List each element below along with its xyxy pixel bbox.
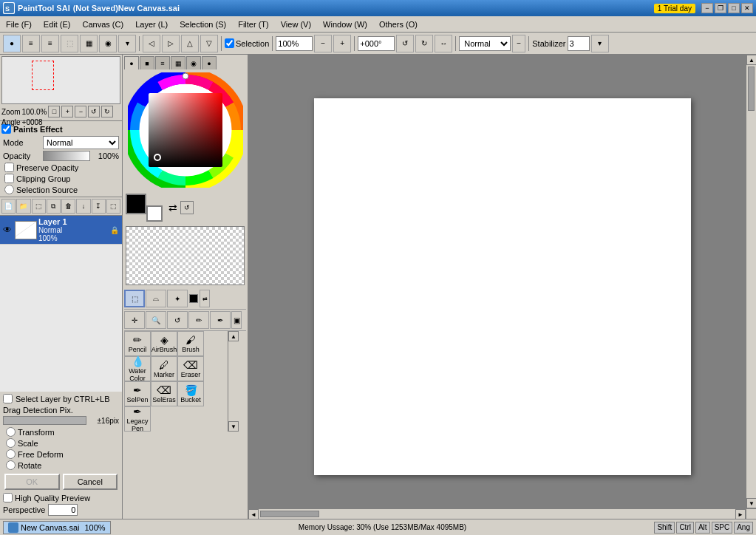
stabilizer-input[interactable]	[568, 36, 590, 51]
rot-ccw[interactable]: ↺	[396, 35, 414, 52]
menu-canvas[interactable]: Canvas (C)	[77, 16, 130, 33]
transform-option[interactable]	[6, 427, 16, 437]
selpen-tool[interactable]: ✒ SelPen	[124, 381, 151, 406]
rotate-option[interactable]	[6, 460, 16, 470]
drag-detection-bar[interactable]	[3, 416, 86, 425]
selection-checkbox[interactable]	[225, 38, 234, 48]
tools-scroll-up[interactable]: ▲	[228, 331, 239, 341]
mode-btn[interactable]: −	[512, 35, 525, 52]
color-tab-history[interactable]: ◉	[186, 56, 201, 69]
opacity-bar[interactable]	[43, 151, 90, 161]
pencil-tool[interactable]: ✏ Pencil	[124, 331, 151, 356]
toolbar-expand[interactable]: ▾	[118, 35, 136, 52]
rot-cw[interactable]: ↻	[415, 35, 433, 52]
scroll-right-btn[interactable]: ►	[735, 509, 746, 519]
zoom-plus[interactable]: +	[333, 35, 351, 52]
pen-tool[interactable]: ✒	[210, 311, 231, 329]
color-tab-rgb[interactable]: ■	[140, 56, 154, 69]
scroll-up-btn[interactable]: ▲	[746, 55, 756, 65]
color-tab-hsv[interactable]: ≡	[155, 56, 170, 69]
hq-preview-check[interactable]	[3, 493, 13, 502]
new-mask-btn[interactable]: ⬚	[32, 199, 46, 214]
zoom-out-btn[interactable]: −	[75, 106, 86, 117]
lasso-tool[interactable]: ⌓	[146, 290, 166, 307]
brush-tool[interactable]: 🖌 Brush	[177, 331, 204, 356]
layer-item[interactable]: 👁 Layer 1 Normal 100% 🔒	[0, 216, 122, 245]
mode-select[interactable]: Normal	[459, 36, 511, 51]
reset-colors-btn[interactable]: ↺	[180, 201, 194, 214]
new-folder-btn[interactable]: 📁	[16, 199, 30, 214]
paints-mode-select[interactable]: Normal	[43, 136, 119, 149]
clipping-group-check[interactable]	[4, 174, 14, 183]
ok-button[interactable]: OK	[4, 474, 60, 490]
color-tab-palette[interactable]: ▦	[171, 56, 185, 69]
selection-source-radio[interactable]	[4, 185, 14, 194]
menu-layer[interactable]: Layer (L)	[129, 16, 174, 33]
color-tab-mixer[interactable]: ●	[202, 56, 217, 69]
foreground-mini-swatch[interactable]	[189, 294, 198, 303]
rotation-input[interactable]	[358, 36, 395, 51]
menu-edit[interactable]: Edit (E)	[38, 16, 77, 33]
scroll-thumb-h[interactable]	[260, 511, 319, 517]
cancel-button[interactable]: Cancel	[63, 474, 118, 490]
canvas-tab[interactable]: New Canvas.sai 100%	[3, 521, 111, 534]
toolbar-nav-up[interactable]: △	[181, 35, 199, 52]
zoom-input[interactable]	[276, 36, 313, 51]
toolbar-view-btn4[interactable]: ⬚	[61, 35, 78, 52]
new-layer-btn[interactable]: 📄	[1, 199, 16, 214]
layer-visibility-btn[interactable]: 👁	[1, 224, 13, 236]
free-deform-option[interactable]	[6, 449, 16, 459]
eyedropper-tool[interactable]: ✏	[188, 311, 209, 329]
legacy-pen-tool[interactable]: ✒ Legacy Pen	[124, 406, 151, 432]
zoom-in-btn[interactable]: +	[61, 106, 73, 117]
scroll-left-btn[interactable]: ◄	[248, 509, 259, 519]
zoom-rotate-left[interactable]: ↺	[88, 106, 100, 117]
marker-tool[interactable]: 🖊 Marker	[151, 356, 177, 381]
zoom-fit-btn[interactable]: □	[48, 106, 60, 117]
magic-wand-tool[interactable]: ✦	[167, 290, 188, 307]
toolbar-view-btn5[interactable]: ▦	[80, 35, 98, 52]
airbrush-tool[interactable]: ◈ AirBrush	[151, 331, 177, 356]
toolbar-nav-down[interactable]: ▽	[200, 35, 218, 52]
toolbar-view-btn2[interactable]: ≡	[22, 35, 40, 52]
merge-down-btn[interactable]: ↓	[76, 199, 90, 214]
zoom-tool[interactable]: 🔍	[146, 311, 166, 329]
seleras-tool[interactable]: ⌫ SelEras	[151, 381, 177, 406]
zoom-minus[interactable]: −	[314, 35, 332, 52]
select-layer-check[interactable]	[3, 394, 13, 403]
scale-option[interactable]	[6, 438, 16, 448]
toolbar-view-btn6[interactable]: ◉	[99, 35, 117, 52]
foreground-color-swatch[interactable]	[126, 194, 146, 214]
menu-window[interactable]: Window (W)	[317, 16, 373, 33]
layer-lock-btn[interactable]: 🔒	[109, 224, 120, 236]
merge-visible-btn[interactable]: ↧	[92, 199, 106, 214]
toolbar-nav-right[interactable]: ▷	[162, 35, 180, 52]
maximize-button[interactable]: □	[728, 3, 740, 13]
menu-file[interactable]: File (F)	[0, 16, 38, 33]
stabilizer-settings[interactable]: ▾	[591, 35, 609, 52]
layer-settings-btn[interactable]: ⬚	[106, 199, 120, 214]
copy-layer-btn[interactable]: ⧉	[47, 199, 61, 214]
move-tool[interactable]: ✛	[124, 311, 145, 329]
menu-view[interactable]: View (V)	[275, 16, 317, 33]
color-wheel-svg[interactable]	[128, 72, 243, 188]
perspective-input[interactable]	[48, 504, 78, 516]
close-button[interactable]: ✕	[741, 3, 753, 13]
fill-btn[interactable]: ▣	[231, 311, 242, 329]
rot-flip[interactable]: ↔	[435, 35, 452, 52]
main-canvas[interactable]	[314, 98, 691, 475]
tools-scroll-down[interactable]: ▼	[228, 421, 239, 432]
preserve-opacity-check[interactable]	[4, 163, 14, 172]
eraser-tool[interactable]: ⌫ Eraser	[177, 356, 204, 381]
toolbar-view-btn1[interactable]: ●	[3, 35, 21, 52]
menu-filter[interactable]: Filter (T)	[232, 16, 275, 33]
rotate-tool[interactable]: ↺	[167, 311, 188, 329]
restore-button[interactable]: ❐	[715, 3, 726, 13]
marquee-select-tool[interactable]: ⬚	[124, 290, 145, 307]
toolbar-nav-left[interactable]: ◁	[143, 35, 160, 52]
menu-others[interactable]: Others (O)	[373, 16, 423, 33]
zoom-rotate-right[interactable]: ↻	[101, 106, 113, 117]
color-tab-wheel[interactable]: ●	[124, 56, 139, 69]
minimize-button[interactable]: −	[701, 3, 713, 13]
swap-colors-btn[interactable]: ⇄	[168, 202, 177, 214]
